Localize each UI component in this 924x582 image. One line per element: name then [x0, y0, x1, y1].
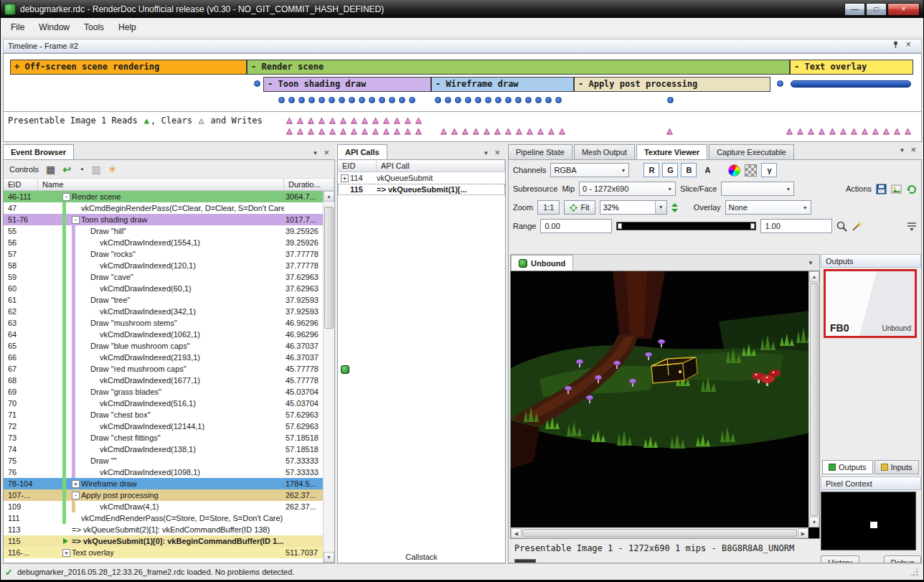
fb0-thumbnail[interactable]: FB0 Unbound	[824, 269, 917, 338]
options-icon[interactable]: ✳	[108, 164, 117, 174]
close-button[interactable]: ×	[887, 3, 920, 16]
zoom-1to1-button[interactable]: 1:1	[537, 200, 560, 215]
scroll-thumb[interactable]	[810, 283, 819, 516]
scroll-thumb[interactable]	[522, 529, 797, 538]
event-row[interactable]: 66 vkCmdDrawIndexed(2193,1) 46.37037	[4, 352, 334, 363]
timeline-dot-group[interactable]	[278, 97, 415, 103]
timeline-usage-group[interactable]: ▲	[664, 126, 675, 136]
draw-event-dot[interactable]	[329, 97, 335, 103]
maximize-button[interactable]: □	[866, 3, 887, 16]
write-triangle-icon[interactable]: ▲	[481, 126, 492, 136]
event-row[interactable]: 71 Draw "chest box" 57.62963	[4, 409, 334, 421]
timeline-activity-pill[interactable]	[791, 80, 911, 88]
timeline-dot-group[interactable]	[777, 80, 783, 87]
event-row[interactable]: 61 Draw "tree" 37.92593	[4, 294, 334, 306]
write-triangle-icon[interactable]: ▲	[892, 126, 902, 136]
autofit-wand-icon[interactable]	[852, 221, 862, 232]
draw-event-dot[interactable]	[359, 97, 365, 103]
chevron-down-icon[interactable]: ▼	[655, 201, 666, 214]
hdr-mul-icon[interactable]	[728, 164, 740, 177]
range-max-handle[interactable]	[750, 223, 755, 229]
write-triangle-icon[interactable]: ▲	[316, 126, 327, 136]
write-triangle-icon[interactable]: ▲	[402, 116, 413, 125]
write-triangle-icon[interactable]: ▲	[359, 126, 370, 136]
write-triangle-icon[interactable]: ▲	[827, 126, 838, 136]
write-triangle-icon[interactable]: ▲	[664, 126, 675, 136]
mip-dropdown[interactable]: 0 - 1272x690 ▼	[579, 182, 676, 196]
draw-event-dot[interactable]	[667, 97, 674, 103]
timeline-block[interactable]: - Text overlay	[790, 60, 913, 75]
write-triangle-icon[interactable]: ▲	[284, 116, 295, 125]
panel-tab[interactable]: Mesh Output	[574, 144, 635, 159]
close-icon[interactable]: ×	[494, 149, 500, 156]
texture-tab-unbound[interactable]: Unbound	[511, 255, 573, 271]
channels-dropdown[interactable]: RGBA ▼	[550, 163, 629, 177]
tab-outputs[interactable]: Outputs	[822, 460, 873, 474]
close-icon[interactable]: ×	[910, 146, 916, 154]
fit-button[interactable]: Fit	[564, 200, 595, 215]
api-call-row[interactable]: 115 => vkQueueSubmit(1)[...	[338, 184, 505, 195]
write-triangle-icon[interactable]: ▲	[816, 126, 827, 136]
event-row[interactable]: 46-111 - Render scene 3064.7...	[4, 191, 334, 202]
column-api-call[interactable]: API Call	[377, 160, 505, 172]
panel-tab[interactable]: Pipeline State	[508, 144, 572, 159]
write-triangle-icon[interactable]: ▲	[492, 126, 503, 136]
event-row[interactable]: 65 Draw "blue mushroom caps" 46.37037	[4, 340, 334, 352]
event-row[interactable]: 64 vkCmdDrawIndexed(1062,1) 46.96296	[4, 329, 334, 340]
time-draws-icon[interactable]: ◔	[78, 164, 84, 174]
event-row[interactable]: 72 vkCmdDrawIndexed(12144,1) 57.62963	[4, 421, 334, 432]
write-triangle-icon[interactable]: ▲	[859, 126, 870, 136]
write-triangle-icon[interactable]: ▲	[295, 126, 306, 136]
draw-event-dot[interactable]	[515, 97, 522, 103]
timeline-block[interactable]: - Apply post processing	[574, 77, 770, 92]
scroll-thumb[interactable]	[324, 207, 334, 329]
write-triangle-icon[interactable]: ▲	[514, 126, 524, 136]
timeline-dot-group[interactable]	[254, 80, 260, 87]
dock-menu-icon[interactable]: ▼	[899, 147, 905, 154]
timeline-block[interactable]: - Wireframe draw	[431, 77, 574, 92]
draw-event-dot[interactable]	[319, 97, 325, 103]
menu-item[interactable]: Help	[111, 19, 143, 35]
draw-event-dot[interactable]	[369, 97, 375, 103]
write-triangle-icon[interactable]: ▲	[359, 116, 370, 125]
zoom-input[interactable]	[600, 201, 655, 214]
write-triangle-icon[interactable]: ▲	[546, 126, 557, 136]
write-triangle-icon[interactable]: ▲	[284, 126, 295, 136]
draw-event-dot[interactable]	[777, 80, 783, 87]
channel-toggle-button[interactable]: G	[662, 163, 678, 177]
draw-event-dot[interactable]	[485, 97, 491, 103]
write-triangle-icon[interactable]: ▲	[535, 126, 546, 136]
range-slider[interactable]	[616, 222, 756, 230]
write-triangle-icon[interactable]: ▲	[402, 126, 413, 136]
event-row[interactable]: 59 Draw "cave" 37.62963	[4, 271, 334, 283]
timeline-usage-group[interactable]: ▲▲▲▲▲▲▲▲▲▲▲▲▲	[284, 116, 424, 125]
event-row[interactable]: 115 => vkQueueSubmit(1)[0]: vkBeginComma…	[4, 535, 334, 547]
event-row[interactable]: 69 Draw "grass blades" 45.03704	[4, 386, 334, 398]
write-triangle-icon[interactable]: ▲	[370, 126, 381, 136]
draw-event-dot[interactable]	[339, 97, 345, 103]
event-row[interactable]: 56 vkCmdDrawIndexed(1554,1) 39.25926	[4, 237, 334, 248]
event-row[interactable]: 113 => vkQueueSubmit(2)[1]: vkEndCommand…	[4, 524, 334, 535]
scroll-down-icon[interactable]: ▼	[809, 517, 819, 527]
event-row[interactable]: 51-76 - Toon shading draw 1017.7...	[4, 214, 334, 225]
draw-event-dot[interactable]	[555, 97, 562, 103]
event-row[interactable]: 63 Draw "mushroom stems" 46.96296	[4, 317, 334, 329]
write-triangle-icon[interactable]: ▲	[524, 126, 535, 136]
timeline-block[interactable]: - Render scene	[247, 60, 790, 75]
draw-event-dot[interactable]	[278, 97, 285, 103]
debug-button[interactable]: Debug	[884, 555, 921, 563]
draw-event-dot[interactable]	[545, 97, 552, 103]
event-row[interactable]: 62 vkCmdDrawIndexed(342,1) 37.92593	[4, 306, 334, 317]
write-triangle-icon[interactable]: ▲	[902, 126, 913, 136]
channel-toggle-button[interactable]: B	[681, 163, 697, 177]
tab-api-calls[interactable]: API Calls	[337, 144, 387, 159]
event-row[interactable]: 70 vkCmdDrawIndexed(516,1) 45.03704	[4, 398, 334, 409]
timeline-usage-group[interactable]: ▲▲▲▲▲▲▲▲▲▲▲▲	[784, 126, 913, 136]
write-triangle-icon[interactable]: ▲	[370, 116, 381, 125]
column-duration[interactable]: Duratio...	[284, 179, 334, 190]
column-name[interactable]: Name	[38, 179, 284, 190]
draw-event-dot[interactable]	[535, 97, 542, 103]
write-triangle-icon[interactable]: ▲	[306, 126, 316, 136]
write-triangle-icon[interactable]: ▲	[392, 126, 402, 136]
draw-event-dot[interactable]	[455, 97, 461, 103]
